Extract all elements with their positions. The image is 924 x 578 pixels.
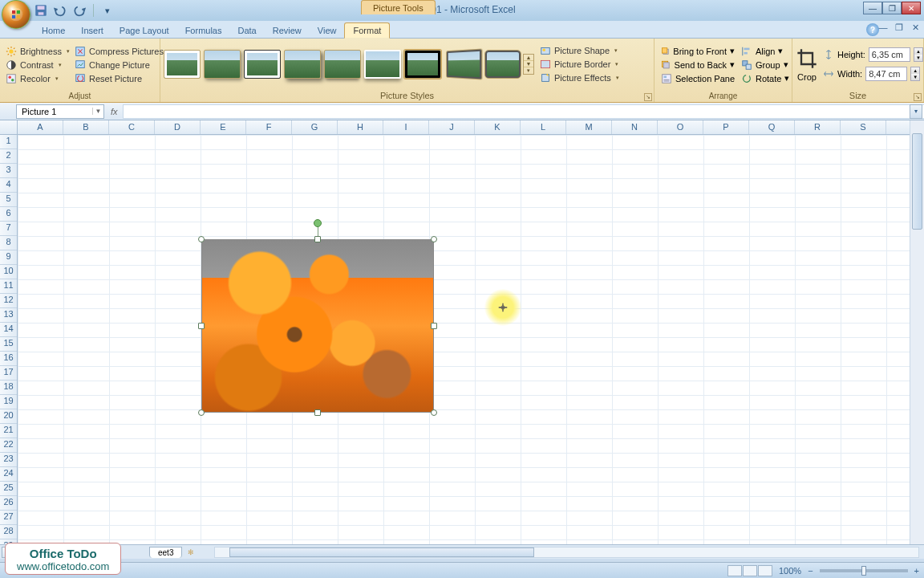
row-header[interactable]: 10 <box>0 265 17 279</box>
change-picture-button[interactable]: Change Picture <box>72 59 166 71</box>
width-input[interactable]: 8,47 cm <box>865 67 907 81</box>
col-header[interactable]: P <box>703 120 749 134</box>
width-control[interactable]: Width: 8,47 cm ▲▼ <box>823 67 923 81</box>
namebox-dropdown-icon[interactable]: ▼ <box>92 108 103 115</box>
dialog-launcher-icon[interactable]: ↘ <box>644 93 652 101</box>
style-thumb[interactable] <box>484 50 521 79</box>
tab-data[interactable]: Data <box>229 23 264 38</box>
picture-border-button[interactable]: Picture Border▾ <box>537 58 622 71</box>
col-header[interactable]: B <box>63 120 109 134</box>
row-header[interactable]: 21 <box>0 424 17 438</box>
row-header[interactable]: 3 <box>0 164 17 178</box>
col-header[interactable]: E <box>201 120 246 134</box>
group-button[interactable]: Group▾ <box>738 59 792 71</box>
zoom-level[interactable]: 100% <box>779 566 801 576</box>
brightness-button[interactable]: Brightness▾ <box>3 45 72 58</box>
col-header[interactable]: K <box>475 120 521 134</box>
gallery-up-icon[interactable]: ▲ <box>524 55 533 61</box>
gallery-down-icon[interactable]: ▼ <box>524 61 533 67</box>
height-spinner[interactable]: ▲▼ <box>914 47 923 62</box>
tab-formulas[interactable]: Formulas <box>177 23 230 38</box>
col-header[interactable]: J <box>429 120 475 134</box>
zoom-out-icon[interactable]: − <box>808 566 813 576</box>
column-headers[interactable]: ABCDEFGHIJKLMNOPQRS <box>18 120 910 135</box>
picture-shape-button[interactable]: Picture Shape▾ <box>537 44 622 57</box>
row-header[interactable]: 27 <box>0 511 17 525</box>
zoom-in-icon[interactable]: + <box>914 566 919 576</box>
contrast-button[interactable]: Contrast▾ <box>3 59 72 71</box>
height-control[interactable]: Height: 6,35 cm ▲▼ <box>823 47 923 62</box>
col-header[interactable]: L <box>521 120 566 134</box>
close-button[interactable]: ✕ <box>902 2 921 14</box>
style-thumb[interactable] <box>324 50 361 79</box>
row-header[interactable]: 14 <box>0 323 17 337</box>
resize-handle[interactable] <box>198 236 205 242</box>
qat-customize-icon[interactable]: ▾ <box>100 3 115 18</box>
row-headers[interactable]: 1234567891011121314151617181920212223242… <box>0 135 18 544</box>
row-header[interactable]: 9 <box>0 250 17 265</box>
align-button[interactable]: Align▾ <box>738 45 792 58</box>
rotate-handle[interactable] <box>314 219 322 227</box>
row-header[interactable]: 23 <box>0 453 17 467</box>
width-spinner[interactable]: ▲▼ <box>910 67 920 81</box>
horizontal-scrollbar[interactable] <box>214 547 919 558</box>
view-buttons[interactable] <box>727 565 772 576</box>
compress-pictures-button[interactable]: Compress Pictures <box>72 45 166 58</box>
recolor-button[interactable]: Recolor▾ <box>3 72 72 85</box>
minimize-button[interactable]: — <box>863 2 882 14</box>
row-header[interactable]: 12 <box>0 294 17 308</box>
row-header[interactable]: 13 <box>0 308 17 323</box>
row-header[interactable]: 16 <box>0 352 17 366</box>
inserted-picture[interactable] <box>201 239 434 413</box>
scrollbar-thumb[interactable] <box>912 133 922 230</box>
select-all-button[interactable] <box>0 120 18 135</box>
expand-formula-bar-icon[interactable]: ▾ <box>910 104 922 119</box>
row-header[interactable]: 1 <box>0 135 17 149</box>
picture-effects-button[interactable]: Picture Effects▾ <box>537 71 622 84</box>
fx-icon[interactable]: fx <box>111 107 118 116</box>
zoom-slider[interactable] <box>820 569 908 572</box>
tab-home[interactable]: Home <box>34 23 73 38</box>
row-header[interactable]: 15 <box>0 337 17 352</box>
name-box[interactable]: Picture 1▼ <box>16 104 104 119</box>
tab-view[interactable]: View <box>310 23 345 38</box>
vertical-scrollbar[interactable] <box>910 120 924 544</box>
style-thumb[interactable] <box>244 50 281 79</box>
row-header[interactable]: 6 <box>0 207 17 222</box>
selection-pane-button[interactable]: Selection Pane <box>658 72 738 85</box>
style-thumb[interactable] <box>446 48 482 79</box>
maximize-button[interactable]: ❐ <box>882 2 902 14</box>
crop-button[interactable]: Crop <box>796 41 818 88</box>
row-header[interactable]: 11 <box>0 279 17 294</box>
row-header[interactable]: 22 <box>0 438 17 453</box>
style-thumb[interactable] <box>284 50 321 79</box>
row-header[interactable]: 18 <box>0 381 17 395</box>
row-header[interactable]: 17 <box>0 366 17 381</box>
wb-restore-button[interactable]: ❐ <box>894 22 905 33</box>
redo-icon[interactable] <box>72 3 87 18</box>
col-header[interactable]: Q <box>749 120 795 134</box>
col-header[interactable]: C <box>109 120 155 134</box>
resize-handle[interactable] <box>431 236 437 242</box>
wb-close-button[interactable]: ✕ <box>910 22 921 33</box>
sheet-tab[interactable]: eet3 <box>149 547 182 558</box>
resize-handle[interactable] <box>314 236 321 242</box>
style-thumb[interactable] <box>204 50 241 79</box>
gallery-scroll[interactable]: ▲▼▾ <box>523 54 534 75</box>
tab-page-layout[interactable]: Page Layout <box>111 23 177 38</box>
col-header[interactable]: G <box>292 120 338 134</box>
col-header[interactable]: N <box>612 120 658 134</box>
dialog-launcher-icon[interactable]: ↘ <box>914 93 922 101</box>
col-header[interactable]: M <box>566 120 612 134</box>
row-header[interactable]: 5 <box>0 193 17 207</box>
formula-input[interactable] <box>123 104 924 119</box>
rotate-button[interactable]: Rotate▾ <box>738 72 792 85</box>
style-thumb[interactable] <box>164 50 201 79</box>
row-header[interactable]: 24 <box>0 467 17 482</box>
cells-area[interactable] <box>18 135 910 544</box>
row-header[interactable]: 20 <box>0 409 17 424</box>
resize-handle[interactable] <box>431 323 437 329</box>
resize-handle[interactable] <box>314 409 321 416</box>
style-thumb-selected[interactable] <box>404 50 441 79</box>
undo-icon[interactable] <box>53 3 67 18</box>
